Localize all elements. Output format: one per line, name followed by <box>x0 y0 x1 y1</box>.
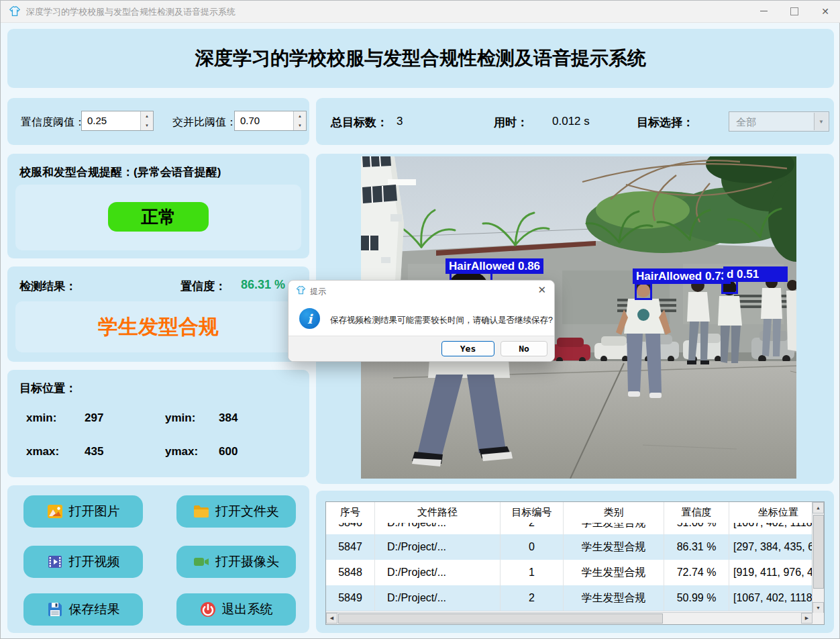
elapsed-time-label: 用时： <box>494 115 528 130</box>
confidence-threshold-label: 置信度阈值： <box>21 115 85 130</box>
detection-box <box>635 283 652 300</box>
confidence-threshold-value: 0.25 <box>87 115 107 126</box>
target-select-label: 目标选择： <box>637 115 694 130</box>
iou-threshold-label: 交并比阈值： <box>172 115 237 130</box>
detection-label: HairAllowed 0.86 <box>445 258 543 274</box>
close-icon[interactable]: ✕ <box>810 1 840 21</box>
elapsed-time-value: 0.012 s <box>552 115 590 128</box>
scroll-right-icon[interactable]: ▶ <box>801 613 812 624</box>
save-result-button[interactable]: 保存结果 <box>23 593 143 626</box>
table-header-row: 序号 文件路径 目标编号 类别 置信度 坐标位置 <box>326 502 812 524</box>
table-row[interactable]: 5847 D:/Project/... 0 学生发型合规 86.31 % [29… <box>326 534 812 560</box>
page-title: 深度学习的学校校服与发型合规性检测及语音提示系统 <box>7 29 834 88</box>
result-text: 学生发型合规 <box>15 301 301 352</box>
xmin-value: 297 <box>85 411 103 425</box>
film-icon <box>47 554 63 570</box>
target-select-value: 全部 <box>736 116 756 129</box>
col-header: 置信度 <box>664 502 729 523</box>
iou-threshold-spinner[interactable]: 0.70 ▲ ▼ <box>234 111 307 131</box>
scroll-left-icon[interactable]: ◀ <box>326 613 337 624</box>
spin-down-icon[interactable]: ▼ <box>141 121 153 130</box>
col-header: 类别 <box>564 502 664 523</box>
scrollbar-thumb[interactable] <box>813 515 824 589</box>
results-table: 序号 文件路径 目标编号 类别 置信度 坐标位置 5846 D:/Project… <box>325 501 825 625</box>
actions-panel: 打开图片 打开文件夹 打开视频 打开摄像头 <box>7 485 309 633</box>
detection-label: d 0.51 <box>723 266 788 282</box>
maximize-icon[interactable] <box>779 1 810 21</box>
shirt-icon <box>9 5 21 17</box>
stats-panel: 总目标数： 3 用时： 0.012 s 目标选择： 全部 ▼ <box>316 98 834 145</box>
window-titlebar: 深度学习的学校校服与发型合规性检测及语音提示系统 ✕ <box>1 1 840 23</box>
xmin-label: xmin: <box>26 411 56 425</box>
vertical-scrollbar[interactable]: ▲ ▼ <box>812 502 824 613</box>
col-header: 坐标位置 <box>729 502 812 523</box>
xmax-value: 435 <box>85 445 103 458</box>
spin-down-icon[interactable]: ▼ <box>294 121 306 130</box>
open-video-button[interactable]: 打开视频 <box>23 546 143 578</box>
confidence-label: 置信度： <box>180 279 226 294</box>
scrollbar-thumb[interactable] <box>338 613 663 624</box>
position-header: 目标位置： <box>19 381 76 396</box>
camera-icon-button[interactable]: 打开摄像头 <box>176 546 296 578</box>
no-button[interactable]: No <box>501 341 547 356</box>
xmax-label: xmax: <box>26 445 59 458</box>
dialog-button-strip: Yes No <box>288 336 554 361</box>
shirt-icon <box>296 285 306 295</box>
dialog-message: 保存视频检测结果可能需要较长时间，请确认是否继续保存? <box>330 315 553 326</box>
detection-label: HairAllowed 0.73 <box>633 268 731 284</box>
result-panel: 检测结果： 置信度： 86.31 % 学生发型合规 <box>7 266 309 362</box>
picture-icon <box>47 503 63 520</box>
confidence-value: 86.31 % <box>241 278 285 292</box>
folder-icon <box>193 503 209 520</box>
confidence-threshold-spinner[interactable]: 0.25 ▲ ▼ <box>81 111 154 131</box>
chevron-down-icon[interactable]: ▼ <box>814 113 828 130</box>
confirm-dialog: 提示 ✕ i 保存视频检测结果可能需要较长时间，请确认是否继续保存? Yes N… <box>288 280 555 362</box>
iou-threshold-value: 0.70 <box>240 115 260 126</box>
minimize-icon[interactable] <box>748 1 779 21</box>
ymax-label: ymax: <box>165 445 198 458</box>
camera-icon <box>193 554 209 570</box>
total-targets-label: 总目标数： <box>331 115 388 130</box>
yes-button[interactable]: Yes <box>441 341 494 356</box>
status-badge: 正常 <box>108 202 209 232</box>
exit-button[interactable]: 退出系统 <box>176 593 296 626</box>
scroll-down-icon[interactable]: ▼ <box>812 602 824 613</box>
col-header: 目标编号 <box>501 502 564 523</box>
header-panel: 深度学习的学校校服与发型合规性检测及语音提示系统 <box>7 29 834 88</box>
open-folder-button[interactable]: 打开文件夹 <box>176 495 296 528</box>
dialog-close-icon[interactable]: ✕ <box>537 284 546 296</box>
ymin-value: 384 <box>219 411 238 425</box>
alert-panel: 校服和发型合规提醒：(异常会语音提醒) 正常 <box>7 154 309 258</box>
scrollbar-corner <box>812 613 824 624</box>
open-image-button[interactable]: 打开图片 <box>23 495 143 528</box>
table-row[interactable]: 5848 D:/Project/... 1 学生发型合规 72.74 % [91… <box>326 560 812 586</box>
col-header: 序号 <box>326 502 375 523</box>
position-panel: 目标位置： xmin: 297 ymin: 384 xmax: 435 ymax… <box>7 370 309 477</box>
target-select-dropdown[interactable]: 全部 ▼ <box>729 111 829 132</box>
ymin-label: ymin: <box>165 411 195 425</box>
window-title: 深度学习的学校校服与发型合规性检测及语音提示系统 <box>26 6 235 18</box>
col-header: 文件路径 <box>375 502 501 523</box>
total-targets-value: 3 <box>397 115 403 128</box>
info-icon: i <box>299 308 320 329</box>
result-label: 检测结果： <box>19 279 76 294</box>
floppy-icon <box>47 601 63 618</box>
dialog-title: 提示 <box>310 286 326 297</box>
result-inner: 学生发型合规 <box>15 301 301 352</box>
scroll-up-icon[interactable]: ▲ <box>812 502 824 513</box>
horizontal-scrollbar[interactable]: ◀ ▶ <box>326 612 812 624</box>
spin-up-icon[interactable]: ▲ <box>294 111 306 121</box>
table-panel: 序号 文件路径 目标编号 类别 置信度 坐标位置 5846 D:/Project… <box>316 491 834 633</box>
table-row[interactable]: 5849 D:/Project/... 2 学生发型合规 50.99 % [10… <box>326 585 812 611</box>
ymax-value: 600 <box>219 445 238 458</box>
params-panel: 置信度阈值： 0.25 ▲ ▼ 交并比阈值： 0.70 ▲ ▼ <box>7 98 309 145</box>
alert-inner: 正常 <box>15 185 301 250</box>
app-window: 深度学习的学校校服与发型合规性检测及语音提示系统 ✕ 深度学习的学校校服与发型合… <box>0 0 840 639</box>
table-row-partial[interactable]: 5846 D:/Project/... 2 学生发型合规 51.00 % [10… <box>326 523 812 535</box>
alert-header: 校服和发型合规提醒：(异常会语音提醒) <box>19 164 221 180</box>
spin-up-icon[interactable]: ▲ <box>141 111 153 121</box>
power-icon <box>200 601 216 618</box>
